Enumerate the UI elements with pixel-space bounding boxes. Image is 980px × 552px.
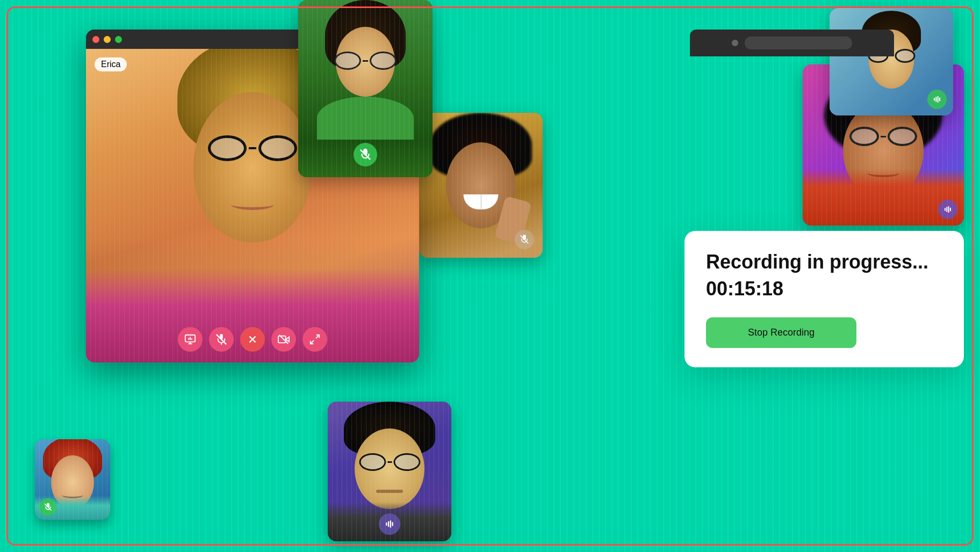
- participant-4-audio: [938, 200, 957, 219]
- camera-button[interactable]: [271, 327, 296, 352]
- participant-2-video: [298, 0, 433, 177]
- svg-rect-17: [938, 96, 939, 103]
- svg-rect-18: [939, 98, 940, 101]
- participant-2-mute-indicator: [354, 143, 377, 166]
- svg-rect-19: [945, 208, 946, 210]
- video-control-bar: [178, 327, 327, 352]
- end-call-button[interactable]: [240, 327, 265, 352]
- svg-line-13: [311, 340, 314, 344]
- maximize-traffic-light[interactable]: [115, 36, 122, 43]
- erica-face-shape: [193, 92, 312, 242]
- participant-6-bg: [35, 439, 110, 520]
- background: Erica: [0, 0, 980, 552]
- screen-share-button[interactable]: [178, 327, 203, 352]
- recording-status-text: Recording in progress...: [706, 250, 942, 273]
- svg-rect-27: [390, 520, 391, 528]
- participant-2-bg: [298, 0, 433, 177]
- minimize-button[interactable]: [302, 327, 327, 352]
- circle-1: [732, 40, 738, 46]
- stop-recording-button[interactable]: Stop Recording: [706, 317, 856, 348]
- erica-glasses: [204, 135, 301, 162]
- participant-3-bg: [830, 8, 953, 115]
- participant-7-bg: [328, 402, 451, 541]
- svg-rect-25: [386, 522, 387, 526]
- svg-rect-21: [948, 206, 949, 213]
- participant-6-video: [35, 439, 110, 520]
- svg-rect-20: [946, 207, 947, 212]
- participant-7-audio: [379, 513, 400, 535]
- close-traffic-light[interactable]: [92, 36, 99, 43]
- participant-5-bg: [419, 113, 543, 258]
- participant-3-video: [830, 8, 953, 115]
- participant-5-mute: [515, 230, 534, 249]
- top-right-window-titlebar: [690, 30, 894, 56]
- participant-2-face: [322, 11, 408, 118]
- participant-3-audio: [927, 90, 947, 109]
- top-right-search-bar[interactable]: [745, 37, 852, 49]
- svg-rect-28: [392, 522, 393, 526]
- svg-line-12: [316, 335, 319, 338]
- recording-timer: 00:15:18: [706, 278, 942, 300]
- svg-rect-15: [934, 98, 935, 100]
- svg-rect-16: [935, 97, 936, 101]
- svg-rect-26: [388, 521, 389, 527]
- participant-4-shirt: [803, 169, 964, 226]
- top-right-traffic-lights: [732, 40, 738, 46]
- minimize-traffic-light[interactable]: [104, 36, 111, 43]
- participant-7-video: [328, 402, 451, 541]
- mute-button[interactable]: [209, 327, 234, 352]
- participant-3-face: [859, 16, 924, 102]
- participant-6-mute: [39, 498, 56, 515]
- svg-rect-22: [950, 208, 951, 212]
- erica-name-badge: Erica: [95, 57, 127, 71]
- recording-popup: Recording in progress... 00:15:18 Stop R…: [684, 231, 964, 367]
- participant-5-video: [419, 113, 543, 258]
